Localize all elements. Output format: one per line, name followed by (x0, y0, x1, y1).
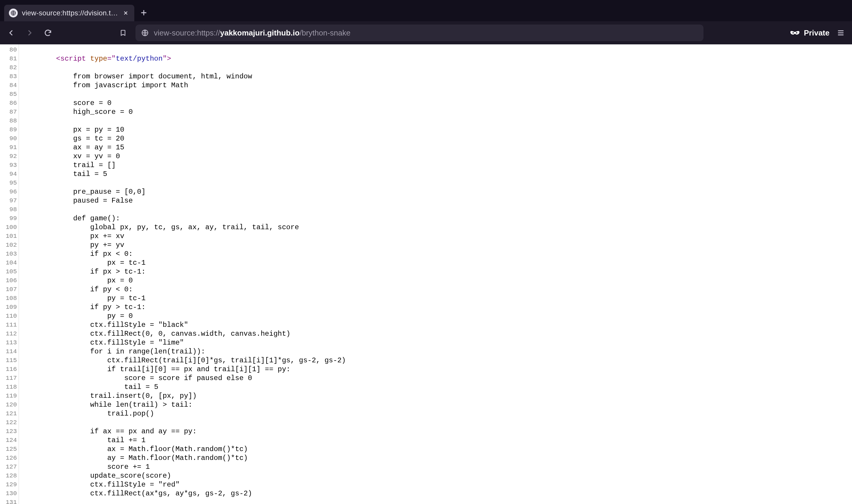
line-number: 118 (0, 383, 17, 392)
line-number: 128 (0, 471, 17, 480)
source-line: px = tc-1 (39, 258, 852, 267)
line-number: 117 (0, 374, 17, 383)
source-line: trail.pop() (39, 409, 852, 418)
line-number: 80 (0, 46, 17, 54)
line-number: 120 (0, 400, 17, 409)
line-number: 110 (0, 312, 17, 321)
line-number: 124 (0, 436, 17, 445)
line-number: 89 (0, 125, 17, 134)
line-number: 122 (0, 418, 17, 427)
line-number: 126 (0, 454, 17, 463)
source-line (39, 90, 852, 99)
source-line: pre_pause = [0,0] (39, 187, 852, 196)
line-number: 109 (0, 303, 17, 312)
source-line (39, 205, 852, 214)
url-bar[interactable]: view-source:https:// yakkomajuri.github.… (135, 24, 704, 41)
close-tab-button[interactable] (121, 8, 130, 17)
line-number: 86 (0, 99, 17, 108)
new-tab-button[interactable] (139, 7, 149, 18)
bookmark-button[interactable] (117, 27, 129, 39)
line-number: 94 (0, 170, 17, 179)
toolbar: view-source:https:// yakkomajuri.github.… (0, 21, 852, 44)
source-line: py = 0 (39, 312, 852, 321)
svg-point-3 (796, 32, 798, 34)
source-line: score += 1 (39, 463, 852, 471)
line-number: 97 (0, 196, 17, 205)
source-line (39, 63, 852, 72)
reload-button[interactable] (42, 27, 54, 39)
source-line: ctx.fillRect(trail[i][0]*gs, trail[i][1]… (39, 356, 852, 365)
tab-title: view-source:https://dvision.tech (22, 9, 118, 17)
line-number: 93 (0, 161, 17, 170)
site-info-icon[interactable] (141, 29, 149, 37)
line-number: 131 (0, 498, 17, 504)
line-number: 81 (0, 54, 17, 63)
line-number: 90 (0, 134, 17, 143)
line-number: 100 (0, 223, 17, 232)
line-number: 85 (0, 90, 17, 99)
source-line (39, 116, 852, 125)
source-line: py += yv (39, 241, 852, 250)
line-number: 108 (0, 294, 17, 303)
source-line (39, 179, 852, 187)
line-number: 104 (0, 258, 17, 267)
line-number: 87 (0, 108, 17, 116)
line-number: 106 (0, 276, 17, 285)
source-line: update_score(score) (39, 471, 852, 480)
source-line: ctx.fillStyle = "red" (39, 480, 852, 489)
source-line (39, 46, 852, 54)
source-line: if trail[i][0] == px and trail[i][1] == … (39, 365, 852, 374)
globe-icon (9, 8, 18, 17)
private-badge: Private (790, 29, 830, 38)
source-line: px = 0 (39, 276, 852, 285)
line-number: 83 (0, 72, 17, 81)
source-line: if py < 0: (39, 285, 852, 294)
line-number: 125 (0, 445, 17, 454)
source-line: ay = Math.floor(Math.random()*tc) (39, 454, 852, 463)
source-line: xv = yv = 0 (39, 152, 852, 161)
source-line: def game(): (39, 214, 852, 223)
source-line: gs = tc = 20 (39, 134, 852, 143)
source-line: tail = 5 (39, 170, 852, 179)
line-number: 102 (0, 241, 17, 250)
line-number: 82 (0, 63, 17, 72)
source-line: <script type="text/python"> (39, 54, 852, 63)
back-button[interactable] (5, 27, 17, 39)
source-line: global px, py, tc, gs, ax, ay, trail, ta… (39, 223, 852, 232)
source-line: trail = [] (39, 161, 852, 170)
line-number: 115 (0, 356, 17, 365)
source-line: if py > tc-1: (39, 303, 852, 312)
source-line: if ax == px and ay == py: (39, 427, 852, 436)
source-line: tail = 5 (39, 383, 852, 392)
line-number: 121 (0, 409, 17, 418)
line-number: 114 (0, 347, 17, 356)
source-line (39, 498, 852, 504)
source-line: high_score = 0 (39, 108, 852, 116)
source-line: px += xv (39, 232, 852, 241)
line-number: 98 (0, 205, 17, 214)
line-number: 129 (0, 480, 17, 489)
source-line: while len(trail) > tail: (39, 400, 852, 409)
source-line: py = tc-1 (39, 294, 852, 303)
line-number: 105 (0, 267, 17, 276)
source-code[interactable]: <script type="text/python"> from browser… (19, 44, 852, 504)
line-number: 103 (0, 250, 17, 258)
line-number: 116 (0, 365, 17, 374)
private-mode-icon (790, 30, 800, 36)
menu-button[interactable] (835, 27, 847, 39)
browser-tab[interactable]: view-source:https://dvision.tech (4, 5, 134, 21)
line-number: 119 (0, 392, 17, 400)
line-number: 107 (0, 285, 17, 294)
line-number: 112 (0, 329, 17, 338)
source-line: from javascript import Math (39, 81, 852, 90)
line-number: 101 (0, 232, 17, 241)
source-line: if px < 0: (39, 250, 852, 258)
line-number: 88 (0, 116, 17, 125)
line-number: 91 (0, 143, 17, 152)
source-line: from browser import document, html, wind… (39, 72, 852, 81)
url-prefix: view-source:https:// (154, 29, 220, 38)
forward-button[interactable] (24, 27, 36, 39)
source-line: ax = Math.floor(Math.random()*tc) (39, 445, 852, 454)
source-line: trail.insert(0, [px, py]) (39, 392, 852, 400)
line-number: 92 (0, 152, 17, 161)
